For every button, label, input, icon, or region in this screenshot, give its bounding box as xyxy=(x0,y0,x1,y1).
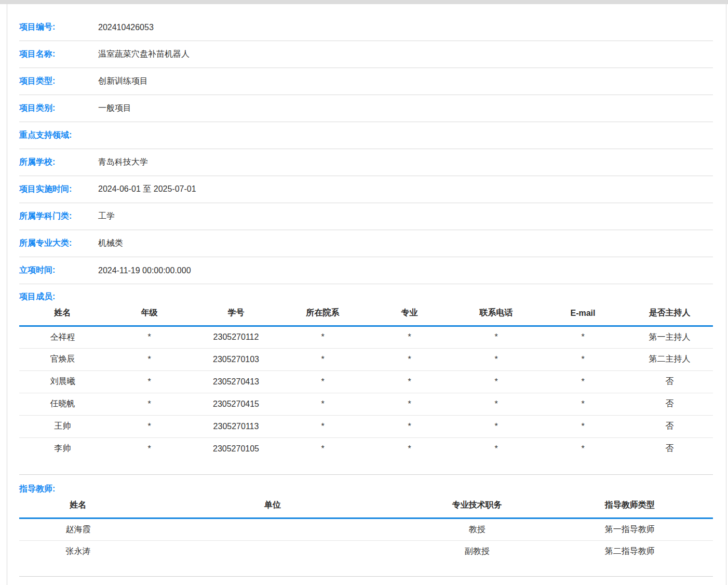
field-label: 项目实施时间: xyxy=(19,184,98,195)
teacher-unit-cell xyxy=(137,518,408,540)
members-column-header: 学号 xyxy=(193,304,279,326)
teacher-row: 赵海霞 教授 第一指导教师 xyxy=(19,518,713,540)
member-leader-role-cell: 否 xyxy=(626,437,713,460)
teachers-table: 姓名 单位 专业技术职务 指导教师类型 赵海霞 教授 第一指 xyxy=(19,497,713,563)
field-label: 重点支持领域: xyxy=(19,130,98,141)
teacher-unit-cell xyxy=(137,540,408,563)
field-value: 创新训练项目 xyxy=(98,76,148,87)
field-label: 所属专业大类: xyxy=(19,238,98,249)
member-phone-cell: * xyxy=(453,415,540,437)
member-grade-cell: * xyxy=(106,326,193,348)
member-leader-role-cell: 否 xyxy=(626,415,713,437)
member-email-cell: * xyxy=(540,370,626,393)
member-department-cell: * xyxy=(279,348,366,370)
member-department-cell: * xyxy=(279,393,366,415)
member-row: 刘晨曦 * 2305270413 * * * * 否 xyxy=(19,370,713,393)
members-table-body: 仝祥程 * 2305270112 * * * * 第一主持人 官焕辰 * 230… xyxy=(19,326,713,460)
teacher-type-cell: 第二指导教师 xyxy=(546,540,713,563)
member-row: 官焕辰 * 2305270103 * * * * 第二主持人 xyxy=(19,348,713,370)
members-column-header: 是否主持人 xyxy=(626,304,713,326)
member-name-cell: 王帅 xyxy=(19,415,106,437)
project-fields: 项目编号: 202410426053 项目名称: 温室蔬菜穴盘补苗机器人 项目类… xyxy=(19,14,713,284)
field-label: 立项时间: xyxy=(19,265,98,276)
member-row: 李帅 * 2305270105 * * * * 否 xyxy=(19,437,713,460)
member-major-cell: * xyxy=(366,437,453,460)
member-student-id-cell: 2305270105 xyxy=(193,437,279,460)
members-column-header: 所在院系 xyxy=(279,304,366,326)
member-student-id-cell: 2305270103 xyxy=(193,348,279,370)
member-phone-cell: * xyxy=(453,437,540,460)
teacher-type-cell: 第一指导教师 xyxy=(546,518,713,540)
field-value: 工学 xyxy=(98,211,115,222)
teachers-header-row: 姓名 单位 专业技术职务 指导教师类型 xyxy=(19,497,713,518)
member-grade-cell: * xyxy=(106,370,193,393)
member-grade-cell: * xyxy=(106,415,193,437)
teachers-column-header: 指导教师类型 xyxy=(546,497,713,518)
project-detail-panel: 项目编号: 202410426053 项目名称: 温室蔬菜穴盘补苗机器人 项目类… xyxy=(7,4,726,585)
member-grade-cell: * xyxy=(106,437,193,460)
member-name-cell: 李帅 xyxy=(19,437,106,460)
member-name-cell: 官焕辰 xyxy=(19,348,106,370)
field-value: 202410426053 xyxy=(98,23,154,32)
member-major-cell: * xyxy=(366,393,453,415)
teachers-table-wrap: 姓名 单位 专业技术职务 指导教师类型 赵海霞 教授 第一指 xyxy=(19,497,713,577)
teachers-table-head: 姓名 单位 专业技术职务 指导教师类型 xyxy=(19,497,713,518)
members-column-header: 专业 xyxy=(366,304,453,326)
member-department-cell: * xyxy=(279,415,366,437)
field-row: 项目编号: 202410426053 xyxy=(19,14,713,41)
teachers-section-title: 指导教师: xyxy=(19,481,713,497)
member-email-cell: * xyxy=(540,437,626,460)
field-label: 项目类别: xyxy=(19,103,98,114)
field-label: 所属学科门类: xyxy=(19,211,98,222)
members-column-header: E-mail xyxy=(540,304,626,326)
teacher-title-cell: 教授 xyxy=(408,518,546,540)
teacher-title-cell: 副教授 xyxy=(408,540,546,563)
member-student-id-cell: 2305270415 xyxy=(193,393,279,415)
member-student-id-cell: 2305270413 xyxy=(193,370,279,393)
member-department-cell: * xyxy=(279,437,366,460)
member-email-cell: * xyxy=(540,415,626,437)
member-major-cell: * xyxy=(366,415,453,437)
members-column-header: 姓名 xyxy=(19,304,106,326)
field-value: 2024-06-01 至 2025-07-01 xyxy=(98,184,196,195)
field-row: 项目类型: 创新训练项目 xyxy=(19,68,713,95)
teachers-table-body: 赵海霞 教授 第一指导教师 张永涛 副教授 第二指导教师 xyxy=(19,518,713,563)
member-major-cell: * xyxy=(366,348,453,370)
member-leader-role-cell: 第一主持人 xyxy=(626,326,713,348)
member-leader-role-cell: 否 xyxy=(626,393,713,415)
member-email-cell: * xyxy=(540,393,626,415)
field-value: 机械类 xyxy=(98,238,123,249)
field-label: 项目类型: xyxy=(19,76,98,87)
member-leader-role-cell: 否 xyxy=(626,370,713,393)
field-row: 所属学校: 青岛科技大学 xyxy=(19,149,713,176)
member-department-cell: * xyxy=(279,370,366,393)
member-phone-cell: * xyxy=(453,370,540,393)
teacher-row: 张永涛 副教授 第二指导教师 xyxy=(19,540,713,563)
member-major-cell: * xyxy=(366,370,453,393)
members-table-head: 姓名 年级 学号 所在院系 专业 联系电话 E-mail 是否主持人 xyxy=(19,304,713,326)
teacher-name-cell: 赵海霞 xyxy=(19,518,137,540)
member-phone-cell: * xyxy=(453,393,540,415)
field-value: 温室蔬菜穴盘补苗机器人 xyxy=(98,49,190,60)
member-phone-cell: * xyxy=(453,348,540,370)
field-row: 立项时间: 2024-11-19 00:00:00.000 xyxy=(19,257,713,284)
members-table: 姓名 年级 学号 所在院系 专业 联系电话 E-mail 是否主持人 xyxy=(19,304,713,460)
teachers-column-header: 姓名 xyxy=(19,497,137,518)
field-label: 所属学校: xyxy=(19,157,98,168)
member-phone-cell: * xyxy=(453,326,540,348)
members-section-title: 项目成员: xyxy=(19,289,713,304)
members-table-wrap: 姓名 年级 学号 所在院系 专业 联系电话 E-mail 是否主持人 xyxy=(19,304,713,475)
member-email-cell: * xyxy=(540,326,626,348)
field-row: 项目名称: 温室蔬菜穴盘补苗机器人 xyxy=(19,41,713,68)
field-label: 项目编号: xyxy=(19,22,98,33)
member-name-cell: 仝祥程 xyxy=(19,326,106,348)
members-column-header: 年级 xyxy=(106,304,193,326)
field-value: 2024-11-19 00:00:00.000 xyxy=(98,266,191,275)
field-row: 项目类别: 一般项目 xyxy=(19,95,713,122)
member-major-cell: * xyxy=(366,326,453,348)
members-column-header: 联系电话 xyxy=(453,304,540,326)
field-row: 项目实施时间: 2024-06-01 至 2025-07-01 xyxy=(19,176,713,203)
member-department-cell: * xyxy=(279,326,366,348)
member-row: 任晓帆 * 2305270415 * * * * 否 xyxy=(19,393,713,415)
member-leader-role-cell: 第二主持人 xyxy=(626,348,713,370)
